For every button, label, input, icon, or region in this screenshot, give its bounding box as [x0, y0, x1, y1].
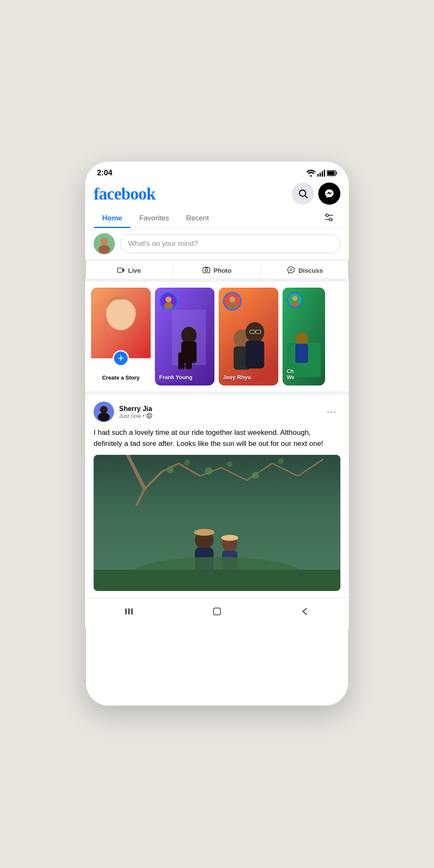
signal-icon	[317, 170, 325, 177]
svg-rect-6	[328, 171, 335, 175]
svg-point-10	[326, 214, 328, 217]
svg-rect-16	[117, 268, 123, 272]
svg-point-54	[147, 413, 152, 418]
discuss-button[interactable]: Discuss	[261, 263, 349, 277]
svg-point-73	[252, 472, 259, 479]
post-author-name[interactable]: Sherry Jia	[119, 405, 318, 413]
svg-point-31	[164, 303, 173, 309]
battery-icon	[327, 170, 337, 176]
composer-input[interactable]: What's on your mind?	[120, 234, 340, 253]
search-button[interactable]	[292, 183, 314, 205]
svg-point-77	[194, 529, 214, 536]
tab-favorites[interactable]: Favorites	[131, 209, 177, 228]
filter-icon	[324, 214, 334, 221]
android-nav-bar	[85, 598, 349, 629]
svg-rect-84	[128, 608, 130, 614]
svg-point-55	[148, 413, 150, 418]
story-plus-icon: +	[113, 350, 129, 366]
svg-rect-5	[336, 172, 337, 174]
svg-point-69	[167, 466, 174, 473]
messenger-icon	[324, 188, 334, 199]
phone-frame: 2:04 facebook	[85, 162, 349, 706]
story-ch-we[interactable]: ChWe	[283, 288, 325, 385]
joey-avatar-ring	[223, 292, 242, 311]
svg-point-74	[278, 458, 284, 464]
create-story-bg	[91, 288, 151, 358]
filter-button[interactable]	[317, 210, 340, 227]
frank-young-label: Frank Young	[159, 374, 210, 380]
section-divider-2	[85, 391, 349, 395]
post-section: Sherry Jia Just now • ··· I had such a l…	[85, 395, 349, 598]
header-actions	[292, 183, 340, 205]
photo-icon	[203, 266, 210, 274]
facebook-logo: facebook	[94, 184, 155, 204]
svg-point-71	[205, 467, 212, 475]
header: facebook Home	[85, 181, 349, 228]
svg-rect-3	[324, 170, 325, 177]
wifi-icon	[306, 170, 316, 177]
section-divider-1	[85, 278, 349, 282]
user-avatar-img	[94, 233, 115, 254]
svg-rect-83	[125, 608, 127, 614]
back-button[interactable]	[292, 605, 318, 620]
live-button[interactable]: Live	[85, 263, 173, 277]
svg-point-42	[228, 303, 237, 309]
photo-button[interactable]: Photo	[173, 263, 261, 277]
svg-rect-28	[186, 352, 192, 369]
ch-avatar-ring	[287, 292, 303, 308]
composer-placeholder: What's on your mind?	[128, 240, 198, 248]
svg-point-41	[229, 297, 235, 303]
post-meta: Just now •	[119, 413, 318, 419]
svg-rect-82	[94, 570, 340, 591]
svg-point-19	[205, 269, 208, 271]
svg-point-49	[292, 296, 297, 301]
post-composer: What's on your mind?	[85, 228, 349, 260]
stories-section: + Create a Story	[85, 282, 349, 391]
svg-point-15	[98, 245, 110, 254]
create-story-label: Create a Story	[102, 374, 140, 381]
header-top: facebook	[94, 183, 340, 209]
status-time: 2:04	[97, 168, 112, 177]
svg-point-53	[98, 413, 110, 421]
svg-rect-36	[246, 341, 264, 368]
svg-rect-85	[131, 608, 133, 614]
create-story-photo	[91, 288, 151, 358]
svg-point-14	[100, 238, 108, 246]
back-icon	[300, 607, 310, 616]
recents-button[interactable]	[116, 605, 142, 620]
post-header: Sherry Jia Just now • ···	[94, 402, 340, 422]
joey-rhyu-label: Joey Rhyu	[223, 374, 274, 380]
svg-rect-20	[205, 267, 208, 268]
svg-point-30	[166, 297, 171, 303]
tab-recent[interactable]: Recent	[177, 209, 217, 228]
home-icon	[212, 607, 222, 616]
post-more-options[interactable]: ···	[323, 405, 340, 419]
create-story-bottom: + Create a Story	[91, 358, 151, 385]
frank-avatar-ring	[159, 292, 178, 311]
composer-avatar	[94, 233, 115, 254]
create-story-card[interactable]: + Create a Story	[91, 288, 151, 385]
svg-rect-0	[317, 174, 319, 177]
sherry-avatar-svg	[94, 402, 114, 422]
svg-point-72	[227, 461, 233, 467]
story-frank-young[interactable]: Frank Young	[155, 288, 214, 385]
home-button[interactable]	[204, 605, 230, 620]
svg-line-8	[305, 196, 308, 198]
tab-home[interactable]: Home	[94, 209, 131, 228]
user-avatar-svg	[94, 233, 115, 254]
messenger-button[interactable]	[318, 183, 340, 205]
svg-rect-2	[322, 171, 323, 177]
ch-we-label: ChWe	[287, 368, 321, 380]
post-text: I had such a lovely time at our ride tog…	[94, 427, 340, 449]
post-author-info: Sherry Jia Just now •	[119, 405, 318, 419]
nav-tabs: Home Favorites Recent	[94, 209, 340, 228]
privacy-icon	[146, 413, 152, 419]
svg-rect-86	[214, 608, 220, 615]
post-author-avatar[interactable]	[94, 402, 114, 422]
svg-point-80	[221, 535, 238, 541]
post-image	[94, 455, 340, 591]
live-icon	[117, 266, 125, 274]
svg-point-70	[184, 460, 190, 465]
svg-point-46	[295, 332, 308, 345]
story-joey-rhyu[interactable]: Joey Rhyu	[219, 288, 278, 385]
